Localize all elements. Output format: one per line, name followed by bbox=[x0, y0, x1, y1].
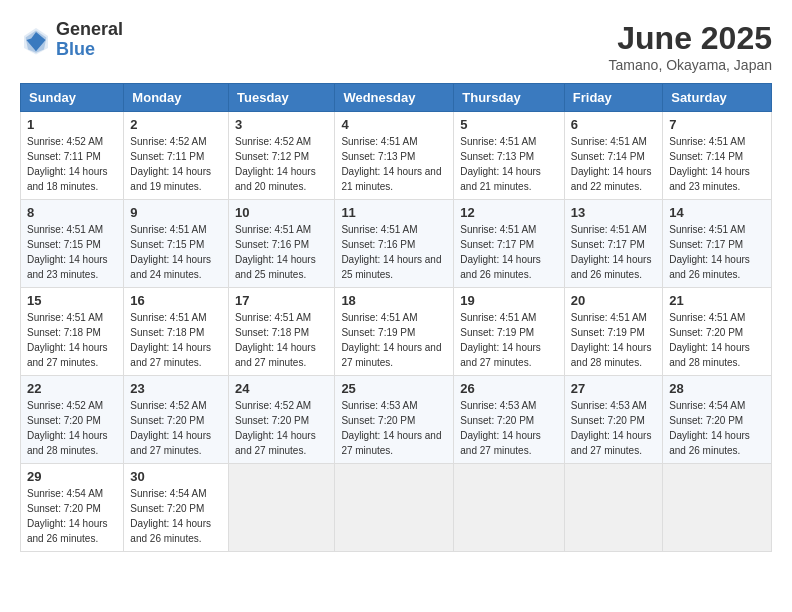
calendar-cell: 15Sunrise: 4:51 AMSunset: 7:18 PMDayligh… bbox=[21, 288, 124, 376]
logo-general: General bbox=[56, 20, 123, 40]
title-block: June 2025 Tamano, Okayama, Japan bbox=[609, 20, 772, 73]
calendar-cell bbox=[229, 464, 335, 552]
day-number: 22 bbox=[27, 381, 117, 396]
logo-text: General Blue bbox=[56, 20, 123, 60]
day-number: 8 bbox=[27, 205, 117, 220]
calendar-week-1: 1Sunrise: 4:52 AMSunset: 7:11 PMDaylight… bbox=[21, 112, 772, 200]
day-number: 7 bbox=[669, 117, 765, 132]
day-info: Sunrise: 4:51 AMSunset: 7:16 PMDaylight:… bbox=[341, 222, 447, 282]
day-info: Sunrise: 4:51 AMSunset: 7:14 PMDaylight:… bbox=[669, 134, 765, 194]
calendar-week-3: 15Sunrise: 4:51 AMSunset: 7:18 PMDayligh… bbox=[21, 288, 772, 376]
calendar-cell: 13Sunrise: 4:51 AMSunset: 7:17 PMDayligh… bbox=[564, 200, 662, 288]
day-info: Sunrise: 4:51 AMSunset: 7:18 PMDaylight:… bbox=[235, 310, 328, 370]
calendar-cell: 17Sunrise: 4:51 AMSunset: 7:18 PMDayligh… bbox=[229, 288, 335, 376]
header-monday: Monday bbox=[124, 84, 229, 112]
day-number: 15 bbox=[27, 293, 117, 308]
day-number: 18 bbox=[341, 293, 447, 308]
day-number: 12 bbox=[460, 205, 558, 220]
day-info: Sunrise: 4:52 AMSunset: 7:20 PMDaylight:… bbox=[27, 398, 117, 458]
day-info: Sunrise: 4:54 AMSunset: 7:20 PMDaylight:… bbox=[669, 398, 765, 458]
calendar-cell: 30Sunrise: 4:54 AMSunset: 7:20 PMDayligh… bbox=[124, 464, 229, 552]
day-number: 11 bbox=[341, 205, 447, 220]
page-header: General Blue June 2025 Tamano, Okayama, … bbox=[20, 20, 772, 73]
calendar-cell: 19Sunrise: 4:51 AMSunset: 7:19 PMDayligh… bbox=[454, 288, 565, 376]
day-info: Sunrise: 4:53 AMSunset: 7:20 PMDaylight:… bbox=[571, 398, 656, 458]
calendar-cell: 27Sunrise: 4:53 AMSunset: 7:20 PMDayligh… bbox=[564, 376, 662, 464]
day-info: Sunrise: 4:52 AMSunset: 7:11 PMDaylight:… bbox=[130, 134, 222, 194]
header-tuesday: Tuesday bbox=[229, 84, 335, 112]
calendar-cell: 21Sunrise: 4:51 AMSunset: 7:20 PMDayligh… bbox=[663, 288, 772, 376]
day-number: 9 bbox=[130, 205, 222, 220]
day-number: 23 bbox=[130, 381, 222, 396]
calendar-cell: 2Sunrise: 4:52 AMSunset: 7:11 PMDaylight… bbox=[124, 112, 229, 200]
header-thursday: Thursday bbox=[454, 84, 565, 112]
calendar-cell: 9Sunrise: 4:51 AMSunset: 7:15 PMDaylight… bbox=[124, 200, 229, 288]
day-info: Sunrise: 4:53 AMSunset: 7:20 PMDaylight:… bbox=[341, 398, 447, 458]
calendar-week-2: 8Sunrise: 4:51 AMSunset: 7:15 PMDaylight… bbox=[21, 200, 772, 288]
day-number: 16 bbox=[130, 293, 222, 308]
day-info: Sunrise: 4:51 AMSunset: 7:19 PMDaylight:… bbox=[460, 310, 558, 370]
logo-blue: Blue bbox=[56, 40, 123, 60]
calendar-cell: 6Sunrise: 4:51 AMSunset: 7:14 PMDaylight… bbox=[564, 112, 662, 200]
day-info: Sunrise: 4:51 AMSunset: 7:19 PMDaylight:… bbox=[571, 310, 656, 370]
day-number: 6 bbox=[571, 117, 656, 132]
day-info: Sunrise: 4:52 AMSunset: 7:12 PMDaylight:… bbox=[235, 134, 328, 194]
calendar-cell bbox=[663, 464, 772, 552]
day-info: Sunrise: 4:52 AMSunset: 7:20 PMDaylight:… bbox=[130, 398, 222, 458]
day-number: 5 bbox=[460, 117, 558, 132]
day-info: Sunrise: 4:51 AMSunset: 7:13 PMDaylight:… bbox=[341, 134, 447, 194]
day-number: 13 bbox=[571, 205, 656, 220]
day-info: Sunrise: 4:51 AMSunset: 7:17 PMDaylight:… bbox=[460, 222, 558, 282]
calendar-cell: 10Sunrise: 4:51 AMSunset: 7:16 PMDayligh… bbox=[229, 200, 335, 288]
calendar-table: SundayMondayTuesdayWednesdayThursdayFrid… bbox=[20, 83, 772, 552]
calendar-cell: 24Sunrise: 4:52 AMSunset: 7:20 PMDayligh… bbox=[229, 376, 335, 464]
day-number: 26 bbox=[460, 381, 558, 396]
calendar-cell: 8Sunrise: 4:51 AMSunset: 7:15 PMDaylight… bbox=[21, 200, 124, 288]
logo-icon bbox=[20, 24, 52, 56]
day-info: Sunrise: 4:51 AMSunset: 7:15 PMDaylight:… bbox=[130, 222, 222, 282]
calendar-cell: 22Sunrise: 4:52 AMSunset: 7:20 PMDayligh… bbox=[21, 376, 124, 464]
header-wednesday: Wednesday bbox=[335, 84, 454, 112]
day-info: Sunrise: 4:52 AMSunset: 7:20 PMDaylight:… bbox=[235, 398, 328, 458]
calendar-cell: 3Sunrise: 4:52 AMSunset: 7:12 PMDaylight… bbox=[229, 112, 335, 200]
calendar-cell: 18Sunrise: 4:51 AMSunset: 7:19 PMDayligh… bbox=[335, 288, 454, 376]
day-number: 27 bbox=[571, 381, 656, 396]
day-info: Sunrise: 4:51 AMSunset: 7:14 PMDaylight:… bbox=[571, 134, 656, 194]
day-info: Sunrise: 4:54 AMSunset: 7:20 PMDaylight:… bbox=[130, 486, 222, 546]
calendar-cell: 4Sunrise: 4:51 AMSunset: 7:13 PMDaylight… bbox=[335, 112, 454, 200]
day-number: 19 bbox=[460, 293, 558, 308]
day-info: Sunrise: 4:54 AMSunset: 7:20 PMDaylight:… bbox=[27, 486, 117, 546]
day-number: 20 bbox=[571, 293, 656, 308]
logo: General Blue bbox=[20, 20, 123, 60]
day-info: Sunrise: 4:51 AMSunset: 7:17 PMDaylight:… bbox=[571, 222, 656, 282]
day-info: Sunrise: 4:53 AMSunset: 7:20 PMDaylight:… bbox=[460, 398, 558, 458]
calendar-cell bbox=[564, 464, 662, 552]
calendar-cell bbox=[335, 464, 454, 552]
calendar-cell: 23Sunrise: 4:52 AMSunset: 7:20 PMDayligh… bbox=[124, 376, 229, 464]
day-info: Sunrise: 4:51 AMSunset: 7:19 PMDaylight:… bbox=[341, 310, 447, 370]
calendar-cell: 16Sunrise: 4:51 AMSunset: 7:18 PMDayligh… bbox=[124, 288, 229, 376]
calendar-cell: 26Sunrise: 4:53 AMSunset: 7:20 PMDayligh… bbox=[454, 376, 565, 464]
header-friday: Friday bbox=[564, 84, 662, 112]
calendar-cell: 1Sunrise: 4:52 AMSunset: 7:11 PMDaylight… bbox=[21, 112, 124, 200]
day-number: 25 bbox=[341, 381, 447, 396]
day-info: Sunrise: 4:51 AMSunset: 7:18 PMDaylight:… bbox=[130, 310, 222, 370]
day-info: Sunrise: 4:51 AMSunset: 7:13 PMDaylight:… bbox=[460, 134, 558, 194]
subtitle: Tamano, Okayama, Japan bbox=[609, 57, 772, 73]
calendar-cell: 14Sunrise: 4:51 AMSunset: 7:17 PMDayligh… bbox=[663, 200, 772, 288]
calendar-cell: 11Sunrise: 4:51 AMSunset: 7:16 PMDayligh… bbox=[335, 200, 454, 288]
day-number: 29 bbox=[27, 469, 117, 484]
calendar-cell: 12Sunrise: 4:51 AMSunset: 7:17 PMDayligh… bbox=[454, 200, 565, 288]
calendar-cell: 28Sunrise: 4:54 AMSunset: 7:20 PMDayligh… bbox=[663, 376, 772, 464]
day-info: Sunrise: 4:51 AMSunset: 7:16 PMDaylight:… bbox=[235, 222, 328, 282]
day-number: 4 bbox=[341, 117, 447, 132]
day-number: 3 bbox=[235, 117, 328, 132]
day-info: Sunrise: 4:52 AMSunset: 7:11 PMDaylight:… bbox=[27, 134, 117, 194]
day-number: 17 bbox=[235, 293, 328, 308]
header-saturday: Saturday bbox=[663, 84, 772, 112]
calendar-cell: 5Sunrise: 4:51 AMSunset: 7:13 PMDaylight… bbox=[454, 112, 565, 200]
day-number: 10 bbox=[235, 205, 328, 220]
day-number: 30 bbox=[130, 469, 222, 484]
day-number: 14 bbox=[669, 205, 765, 220]
calendar-cell bbox=[454, 464, 565, 552]
